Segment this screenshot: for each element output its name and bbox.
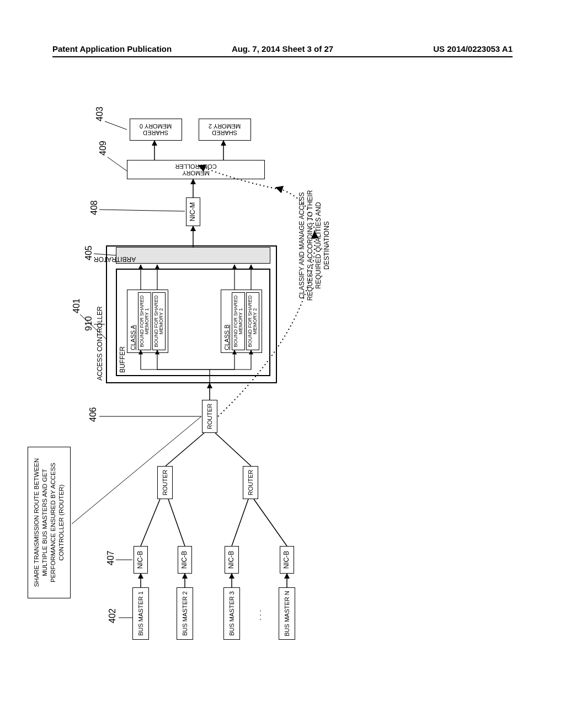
nic-b-3: NIC-B [225,546,239,574]
ref-405: 405 [84,245,94,260]
svg-line-9 [215,433,251,466]
svg-line-23 [99,210,185,211]
bus-master-1: BUS MASTER 1 [132,587,149,640]
svg-line-7 [254,499,287,546]
bus-master-ellipsis: . . . [254,610,263,620]
page-header: Patent Application Publication Aug. 7, 2… [0,44,565,53]
bmn-label: BUS MASTER N [284,591,290,636]
svg-line-5 [168,499,185,546]
router-l-label: ROUTER [247,470,254,495]
nic-b-n: NIC-B [280,546,294,574]
arbitrator: ARBITRATOR [116,247,270,264]
memory-controller: MEMORY CONTROLLER [127,160,265,179]
class-a-slot-2: BOUND FOR SHARED MEMORY 2 [152,292,166,350]
buffer-label: BUFFER [119,346,126,373]
ref-403: 403 [95,106,105,121]
router-m-label: ROUTER [206,404,213,429]
access-controller-label: ACCESS CONTROLLER [96,306,104,381]
header-rule [52,56,513,57]
bus-master-2: BUS MASTER 2 [177,587,193,640]
bm3-label: BUS MASTER 3 [228,591,235,636]
class-a-slot-1: BOUND FOR SHARED MEMORY 1 [138,292,151,350]
shared-memory-0: SHARED MEMORY 0 [130,119,182,141]
class-a-label: CLASS A [130,292,136,350]
header-left: Patent Application Publication [52,44,172,53]
nic-b-2: NIC-B [178,546,192,574]
mem2-label: SHARED MEMORY 2 [209,123,241,136]
svg-line-4 [141,499,160,546]
class-b-group: CLASS B BOUND FOR SHARED MEMORY 1 BOUND … [221,290,262,353]
memctrl-label: MEMORY CONTROLLER [175,163,216,176]
svg-line-8 [166,433,204,466]
class-b-label: CLASS B [223,292,230,350]
ref-910: 910 [84,316,94,331]
diagram: BUS MASTER 1 BUS MASTER 2 BUS MASTER 3 .… [0,77,342,651]
ref-401: 401 [72,298,82,313]
arbitrator-label: ARBITRATOR [43,255,186,263]
nicb2-label: NIC-B [181,551,188,569]
class-a-group: CLASS A BOUND FOR SHARED MEMORY 1 BOUND … [127,290,168,353]
nic-b-1: NIC-B [134,546,148,574]
ref-408: 408 [89,200,99,215]
router-u-label: ROUTER [162,470,168,495]
note-share: SHARE TRANSMISSION ROUTE BETWEEN MULTIPL… [28,447,71,598]
bus-master-n: BUS MASTER N [279,587,295,640]
class-b-slot-1: BOUND FOR SHARED MEMORY 1 [232,292,245,350]
figure-rotated: FIG.3 [0,154,565,574]
header-right: US 2014/0223053 A1 [433,44,513,53]
class-b-slot-2: BOUND FOR SHARED MEMORY 2 [246,292,259,350]
nicb3-label: NIC-B [228,551,235,569]
shared-memory-2: SHARED MEMORY 2 [199,119,251,141]
nic-m: NIC-M [186,197,200,226]
nicbn-label: NIC-B [283,551,290,569]
ref-407: 407 [106,550,116,565]
header-mid: Aug. 7, 2014 Sheet 3 of 27 [232,44,333,53]
router-merge: ROUTER [202,400,217,433]
bm2-label: BUS MASTER 2 [182,591,188,636]
svg-line-6 [232,499,248,546]
svg-line-21 [108,157,127,171]
bus-master-3: BUS MASTER 3 [223,587,240,640]
mem0-label: SHARED MEMORY 0 [140,123,172,136]
ref-406: 406 [88,407,98,422]
ref-409: 409 [98,141,108,156]
svg-line-22 [105,121,127,130]
nicb1-label: NIC-B [137,551,144,569]
ref-402: 402 [108,608,118,623]
router-upper: ROUTER [157,466,173,499]
nic-m-label: NIC-M [189,202,196,222]
router-lower: ROUTER [243,466,258,499]
bm1-label: BUS MASTER 1 [137,591,144,636]
note-classify: CLASSIFY AND MANAGE ACCESS REQUESTS ACCO… [298,179,331,312]
